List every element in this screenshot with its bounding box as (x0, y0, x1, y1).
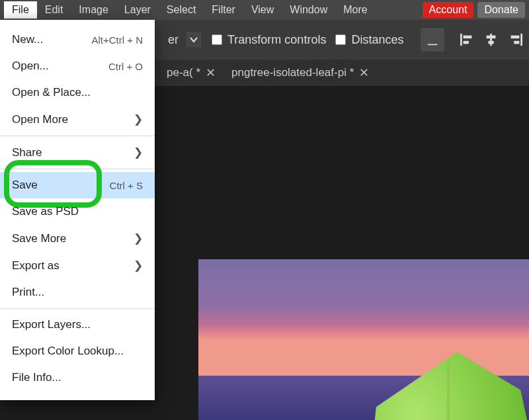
chevron-right-icon: ❯ (134, 259, 143, 273)
align-left-icon[interactable] (460, 33, 475, 46)
menu-label: Save (12, 179, 38, 192)
menu-edit[interactable]: Edit (37, 1, 71, 19)
file-export-color-lookup[interactable]: Export Color Lookup... (0, 338, 155, 364)
menu-separator (0, 169, 155, 169)
chevron-right-icon: ❯ (134, 146, 143, 159)
close-icon[interactable]: ✕ (359, 65, 369, 80)
account-button[interactable]: Account (423, 2, 474, 18)
svg-rect-0 (460, 34, 462, 46)
menu-label: Export as (12, 259, 60, 273)
layer-select-label: er (168, 33, 179, 47)
menu-label: Export Color Lookup... (12, 345, 124, 358)
document-tab[interactable]: pngtree-isolated-leaf-pi * ✕ (224, 62, 377, 84)
menu-label: File Info... (12, 371, 61, 384)
layer-select[interactable]: er (168, 31, 202, 48)
chevron-right-icon: ❯ (134, 231, 143, 245)
menu-label: Save More (12, 232, 66, 245)
checkbox-label: Transform controls (227, 33, 326, 47)
distances-checkbox[interactable]: Distances (335, 33, 403, 47)
file-file-info[interactable]: File Info... (0, 364, 155, 391)
menu-shortcut: Ctrl + O (108, 61, 143, 72)
download-button[interactable] (421, 28, 444, 52)
align-center-icon[interactable] (484, 33, 499, 46)
menu-label: New... (12, 33, 43, 46)
checkbox-box (212, 34, 222, 45)
svg-rect-7 (511, 36, 520, 39)
menu-separator (0, 136, 155, 136)
menu-label: Save as PSD (12, 205, 79, 218)
file-new[interactable]: New... Alt+Ctrl + N (0, 26, 155, 53)
download-icon (425, 32, 440, 47)
file-menu-dropdown: New... Alt+Ctrl + N Open... Ctrl + O Ope… (0, 20, 155, 400)
menu-window[interactable]: Window (282, 1, 335, 19)
file-open-and-place[interactable]: Open & Place... (0, 79, 155, 106)
file-open[interactable]: Open... Ctrl + O (0, 53, 155, 79)
file-save-as-psd[interactable]: Save as PSD (0, 198, 155, 225)
file-save[interactable]: Save Ctrl + S (0, 172, 155, 198)
menu-file[interactable]: File (4, 1, 37, 19)
menu-view[interactable]: View (243, 1, 282, 19)
tab-label: pngtree-isolated-leaf-pi * (231, 66, 354, 79)
menu-more[interactable]: More (335, 1, 375, 19)
checkbox-label: Distances (351, 33, 403, 47)
svg-rect-6 (520, 34, 522, 46)
canvas-image (198, 259, 529, 420)
menu-label: Open More (12, 113, 68, 126)
svg-rect-8 (514, 41, 519, 44)
menu-select[interactable]: Select (159, 1, 204, 19)
menu-shortcut: Ctrl + S (110, 180, 143, 191)
menu-separator (0, 308, 155, 309)
document-tab[interactable]: pe-a( * ✕ (159, 62, 224, 84)
menu-layer[interactable]: Layer (116, 1, 159, 19)
file-print[interactable]: Print... (0, 279, 155, 306)
menu-label: Open & Place... (12, 86, 91, 99)
menu-label: Open... (12, 60, 49, 73)
align-tool-group (460, 33, 522, 46)
svg-rect-4 (487, 36, 496, 39)
menu-label: Export Layers... (12, 318, 91, 331)
chevron-down-icon[interactable] (185, 31, 202, 48)
menu-filter[interactable]: Filter (204, 1, 243, 19)
chevron-right-icon: ❯ (134, 112, 143, 126)
file-export-layers[interactable]: Export Layers... (0, 312, 155, 338)
file-save-more[interactable]: Save More ❯ (0, 225, 155, 252)
menu-bar: File Edit Image Layer Select Filter View… (0, 0, 529, 20)
menu-label: Share (12, 146, 42, 159)
align-right-icon[interactable] (508, 33, 522, 46)
file-export-as[interactable]: Export as ❯ (0, 252, 155, 279)
svg-rect-2 (464, 41, 469, 44)
donate-button[interactable]: Donate (477, 2, 525, 18)
file-share[interactable]: Share ❯ (0, 139, 155, 166)
checkbox-box (335, 34, 346, 45)
menu-image[interactable]: Image (71, 1, 116, 19)
menu-label: Print... (12, 286, 44, 299)
svg-rect-1 (464, 36, 472, 39)
file-open-more[interactable]: Open More ❯ (0, 106, 155, 133)
svg-rect-5 (488, 41, 493, 44)
menu-shortcut: Alt+Ctrl + N (91, 34, 143, 46)
tab-label: pe-a( * (167, 66, 200, 79)
transform-controls-checkbox[interactable]: Transform controls (212, 33, 326, 47)
close-icon[interactable]: ✕ (206, 65, 216, 80)
